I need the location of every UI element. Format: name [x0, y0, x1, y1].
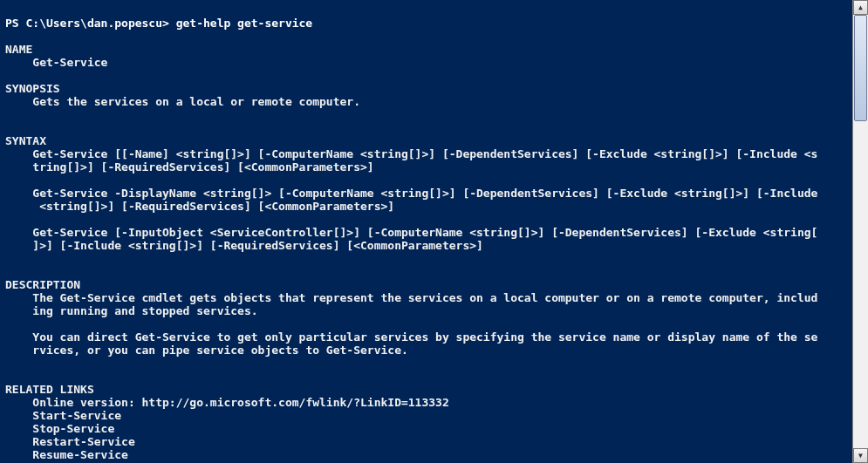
description-para-1: The Get-Service cmdlet gets objects that… — [5, 291, 817, 317]
section-name-value: Get-Service — [5, 56, 107, 69]
description-para-2: You can direct Get-Service to get only p… — [5, 330, 817, 357]
link-online-version: Online version: http://go.microsoft.com/… — [5, 396, 456, 409]
terminal-output[interactable]: PS C:\Users\dan.popescu> get-help get-se… — [0, 0, 868, 463]
syntax-block-3: Get-Service [-InputObject <ServiceContro… — [5, 226, 817, 252]
link-stop-service: Stop-Service — [5, 422, 121, 435]
section-synopsis-header: SYNOPSIS — [5, 82, 60, 95]
section-synopsis-value: Gets the services on a local or remote c… — [5, 95, 360, 108]
link-start-service: Start-Service — [5, 409, 128, 422]
scroll-thumb[interactable] — [854, 15, 867, 121]
section-syntax-header: SYNTAX — [5, 134, 46, 147]
scroll-track[interactable] — [853, 15, 868, 448]
chevron-down-icon: ▼ — [858, 449, 863, 462]
section-name-header: NAME — [5, 43, 32, 56]
link-resume-service: Resume-Service — [5, 448, 135, 461]
vertical-scrollbar[interactable]: ▲ ▼ — [852, 0, 868, 463]
prompt-line: PS C:\Users\dan.popescu> get-help get-se… — [5, 17, 312, 30]
chevron-up-icon: ▲ — [858, 1, 863, 14]
syntax-block-2: Get-Service -DisplayName <string[]> [-Co… — [5, 187, 817, 213]
link-restart-service: Restart-Service — [5, 435, 142, 448]
scroll-down-button[interactable]: ▼ — [853, 448, 868, 463]
section-description-header: DESCRIPTION — [5, 278, 80, 291]
scroll-up-button[interactable]: ▲ — [853, 0, 868, 15]
syntax-block-1: Get-Service [[-Name] <string[]>] [-Compu… — [5, 147, 817, 174]
section-related-links-header: RELATED LINKS — [5, 383, 94, 396]
